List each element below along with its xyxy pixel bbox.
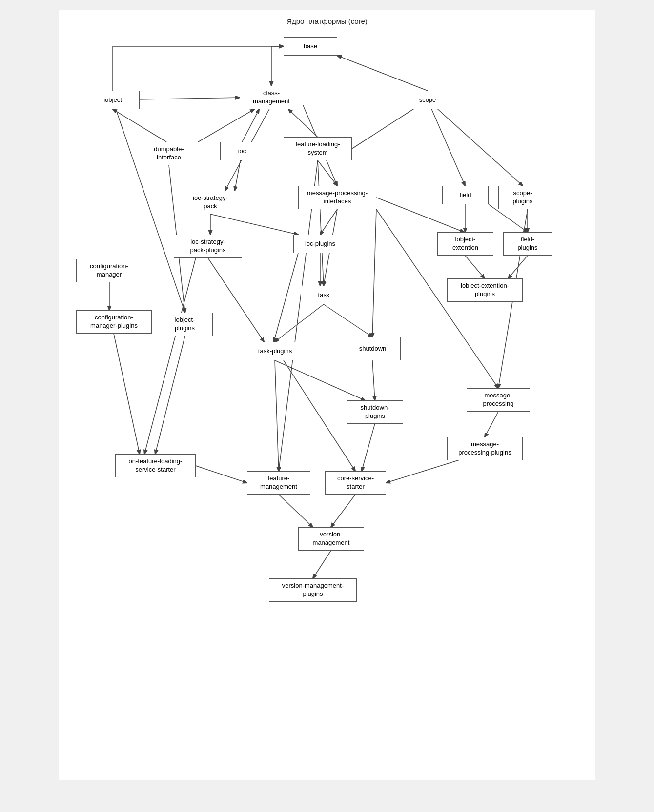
node-shutdown: shutdown — [345, 337, 401, 360]
node-base: base — [284, 37, 337, 56]
svg-line-13 — [428, 100, 523, 186]
svg-line-48 — [331, 495, 355, 527]
svg-line-31 — [208, 258, 264, 342]
node-shutdown-plugins: shutdown-plugins — [347, 400, 403, 424]
node-iobject-extention: iobject-extention — [437, 232, 493, 256]
svg-line-39 — [155, 336, 185, 454]
node-ioc-plugins: ioc-plugins — [293, 235, 347, 253]
svg-line-40 — [114, 334, 140, 454]
node-message-processing-interfaces: message-processing-interfaces — [298, 186, 376, 209]
node-on-feature-loading-service-starter: on-feature-loading-service-starter — [115, 454, 196, 477]
svg-line-43 — [275, 360, 279, 471]
svg-line-15 — [320, 209, 337, 235]
node-scope: scope — [401, 91, 454, 109]
node-dumpable-interface: dumpable-interface — [140, 142, 198, 165]
diagram-title: Ядро платформы (core) — [59, 10, 595, 25]
node-task-plugins: task-plugins — [247, 342, 303, 360]
svg-line-41 — [144, 258, 196, 454]
svg-line-29 — [275, 304, 324, 342]
svg-line-3 — [198, 109, 254, 142]
svg-line-26 — [318, 160, 324, 286]
svg-line-32 — [324, 304, 372, 337]
node-ioc: ioc — [220, 142, 264, 160]
svg-line-38 — [485, 412, 498, 437]
node-core-service-starter: core-service-starter — [325, 471, 386, 495]
node-iobject: iobject — [86, 91, 140, 109]
node-task: task — [301, 286, 347, 304]
svg-line-49 — [279, 495, 313, 527]
svg-line-30 — [274, 253, 298, 342]
node-field-plugins: field-plugins — [503, 232, 552, 256]
node-field: field — [442, 186, 489, 204]
svg-line-6 — [113, 109, 166, 142]
svg-line-46 — [362, 424, 375, 471]
svg-line-45 — [284, 360, 355, 471]
node-message-processing-plugins: message-processing-plugins — [447, 437, 523, 460]
svg-line-5 — [288, 109, 318, 137]
node-configuration-manager: configuration-manager — [76, 259, 142, 282]
node-configuration-manager-plugins: configuration-manager-plugins — [76, 310, 152, 334]
node-feature-loading-system: feature-loading-system — [284, 137, 352, 160]
diagram-container: Ядро платформы (core) — [59, 10, 595, 780]
svg-line-21 — [465, 256, 485, 278]
svg-line-12 — [428, 100, 465, 186]
svg-line-44 — [196, 466, 247, 483]
node-ioc-strategy-pack: ioc-strategy-pack — [179, 191, 242, 214]
svg-line-10 — [318, 160, 337, 186]
node-class-management: class-management — [240, 86, 303, 109]
svg-line-16 — [210, 214, 298, 235]
node-iobject-extention-plugins: iobject-extention-plugins — [447, 278, 523, 302]
svg-line-22 — [508, 256, 528, 278]
svg-line-1 — [337, 56, 428, 91]
node-ioc-strategy-pack-plugins: ioc-strategy-pack-plugins — [174, 235, 242, 258]
svg-line-47 — [386, 458, 464, 483]
svg-line-33 — [372, 209, 376, 337]
node-version-management: version-management — [298, 527, 364, 551]
svg-line-50 — [313, 551, 331, 578]
svg-line-35 — [275, 360, 365, 400]
svg-line-4 — [242, 109, 259, 142]
node-message-processing: message-processing — [467, 388, 530, 412]
node-feature-management: feature-management — [247, 471, 310, 495]
svg-line-34 — [372, 360, 375, 400]
node-iobject-plugins: iobject-plugins — [157, 313, 213, 336]
node-version-management-plugins: version-management-plugins — [269, 578, 357, 602]
node-scope-plugins: scope-plugins — [498, 186, 547, 209]
